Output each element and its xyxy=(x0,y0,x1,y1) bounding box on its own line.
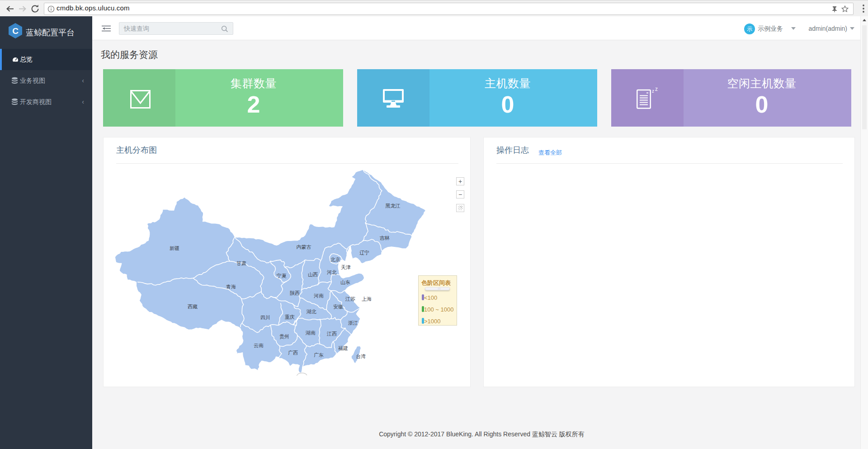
svg-text:青海: 青海 xyxy=(226,284,236,289)
svg-text:江西: 江西 xyxy=(326,331,337,336)
svg-text:贵州: 贵州 xyxy=(279,334,289,339)
svg-text:辽宁: 辽宁 xyxy=(359,250,369,255)
svg-text:z: z xyxy=(652,89,654,94)
svg-text:四川: 四川 xyxy=(260,315,270,320)
svg-text:广东: 广东 xyxy=(314,352,324,358)
svg-text:河南: 河南 xyxy=(314,293,324,298)
svg-text:浙江: 浙江 xyxy=(348,320,358,326)
svg-text:C: C xyxy=(12,26,19,36)
svg-text:新疆: 新疆 xyxy=(170,246,179,251)
svg-text:广西: 广西 xyxy=(288,350,298,355)
svg-text:山东: 山东 xyxy=(340,279,350,285)
svg-text:山西: 山西 xyxy=(308,272,318,277)
svg-text:云南: 云南 xyxy=(254,343,264,348)
svg-text:江苏: 江苏 xyxy=(345,296,355,302)
svg-text:陕西: 陕西 xyxy=(290,290,300,296)
svg-text:甘肃: 甘肃 xyxy=(236,260,246,266)
svg-text:河北: 河北 xyxy=(327,269,337,275)
svg-text:湖北: 湖北 xyxy=(306,309,316,314)
svg-text:内蒙古: 内蒙古 xyxy=(297,244,311,250)
svg-text:北京: 北京 xyxy=(330,257,340,262)
svg-text:宁夏: 宁夏 xyxy=(277,273,287,279)
svg-text:重庆: 重庆 xyxy=(285,314,295,320)
svg-text:福建: 福建 xyxy=(338,345,348,351)
svg-text:z: z xyxy=(655,87,658,92)
svg-text:吉林: 吉林 xyxy=(379,235,390,241)
svg-text:湖南: 湖南 xyxy=(305,330,316,336)
svg-text:安徽: 安徽 xyxy=(333,304,343,309)
svg-text:上海: 上海 xyxy=(362,296,372,302)
svg-text:台湾: 台湾 xyxy=(356,354,366,359)
svg-text:黑龙江: 黑龙江 xyxy=(386,203,401,208)
svg-text:天津: 天津 xyxy=(341,265,351,270)
svg-text:西藏: 西藏 xyxy=(188,304,198,309)
